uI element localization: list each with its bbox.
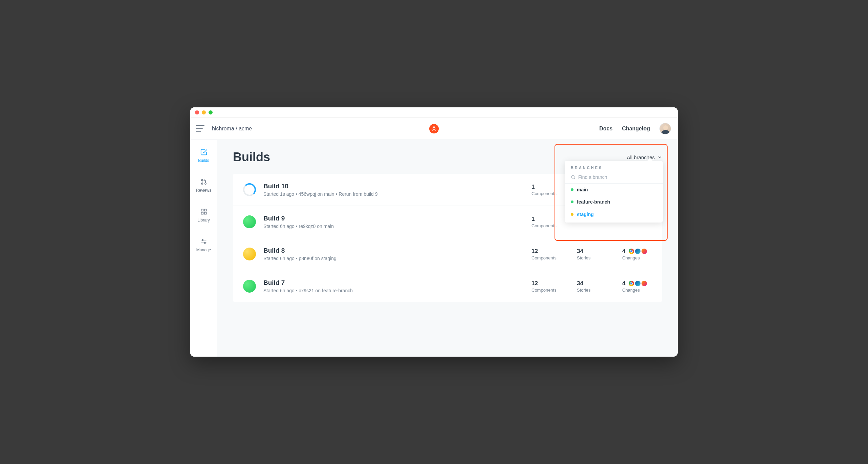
docs-link[interactable]: Docs xyxy=(599,126,612,132)
sidebar-item-label: Builds xyxy=(198,158,209,163)
avatar[interactable] xyxy=(659,123,671,134)
build-status-icon xyxy=(243,183,256,196)
stat-label: Changes xyxy=(622,288,652,293)
svg-line-15 xyxy=(574,178,575,179)
sidebar: Builds Reviews Library Manage xyxy=(190,140,217,357)
dropdown-header: BRANCHES xyxy=(565,166,663,173)
stat-value: 12 xyxy=(531,280,561,287)
svg-point-4 xyxy=(201,183,202,184)
build-status-icon xyxy=(243,280,256,293)
main-content: Builds All branches BRANCHES mainfeature… xyxy=(217,140,678,357)
window-minimize-button[interactable] xyxy=(202,110,206,114)
build-info: Build 9Started 6h ago • re9kqz0 on main xyxy=(263,215,531,229)
svg-rect-9 xyxy=(204,212,206,214)
stat-label: Components xyxy=(531,191,561,196)
build-subtitle: Started 6h ago • re9kqz0 on main xyxy=(263,224,531,229)
svg-point-2 xyxy=(435,129,436,130)
sidebar-item-reviews[interactable]: Reviews xyxy=(190,178,217,193)
stat-value: 4 xyxy=(622,280,652,287)
stat-value: 34 xyxy=(577,280,607,287)
build-stats: 12Components34Stories4Changes xyxy=(531,280,652,293)
svg-rect-8 xyxy=(201,212,203,214)
svg-rect-7 xyxy=(204,209,206,211)
status-dot-icon xyxy=(571,213,573,216)
topbar: hichroma / acme Docs Changelog xyxy=(190,118,678,140)
search-icon xyxy=(571,175,576,180)
stat-value: 34 xyxy=(577,248,607,255)
browser-icons xyxy=(629,249,647,254)
branch-selector[interactable]: All branches xyxy=(627,154,662,160)
branch-dropdown: BRANCHES mainfeature-branchstaging xyxy=(565,161,663,223)
stat-value: 1 xyxy=(531,184,561,190)
window-close-button[interactable] xyxy=(195,110,199,114)
chrome-icon xyxy=(629,281,634,286)
firefox-icon xyxy=(642,281,647,286)
changelog-link[interactable]: Changelog xyxy=(622,126,650,132)
window-maximize-button[interactable] xyxy=(209,110,213,114)
page-title: Builds xyxy=(233,150,270,164)
sidebar-item-label: Manage xyxy=(196,248,211,252)
stat-value: 12 xyxy=(531,248,561,255)
svg-point-5 xyxy=(204,183,206,184)
firefox-icon xyxy=(642,249,647,254)
stat-components: 1Components xyxy=(531,216,561,228)
status-dot-icon xyxy=(571,201,573,203)
branch-option-feature-branch[interactable]: feature-branch xyxy=(565,196,663,208)
status-dot-icon xyxy=(571,188,573,191)
titlebar xyxy=(190,107,678,118)
stat-changes: 4Changes xyxy=(622,248,652,260)
stat-value: 4 xyxy=(622,248,652,255)
branch-option-label: main xyxy=(577,187,588,192)
svg-point-12 xyxy=(202,239,203,240)
sidebar-item-label: Library xyxy=(197,218,210,223)
build-info: Build 10Started 1s ago • 456wpqj on main… xyxy=(263,183,531,197)
build-status-icon xyxy=(243,215,256,228)
svg-point-3 xyxy=(201,180,202,181)
pull-request-icon xyxy=(200,178,208,186)
build-info: Build 7Started 6h ago • ax9s21 on featur… xyxy=(263,279,531,293)
build-subtitle: Started 1s ago • 456wpqj on main • Rerun… xyxy=(263,191,531,197)
build-title: Build 10 xyxy=(263,183,531,190)
sliders-icon xyxy=(200,237,208,246)
branch-search-input[interactable] xyxy=(578,174,657,180)
stat-value: 1 xyxy=(531,216,561,223)
build-title: Build 9 xyxy=(263,215,531,222)
stat-label: Components xyxy=(531,255,561,260)
menu-icon[interactable] xyxy=(196,125,204,132)
stat-stories: 34Stories xyxy=(577,248,607,260)
build-title: Build 8 xyxy=(263,247,531,254)
stat-label: Changes xyxy=(622,255,652,260)
sidebar-item-library[interactable]: Library xyxy=(190,208,217,223)
branch-search[interactable] xyxy=(565,173,663,184)
grid-icon xyxy=(200,208,208,216)
build-stats: 12Components34Stories4Changes xyxy=(531,248,652,260)
stat-changes: 4Changes xyxy=(622,280,652,293)
svg-rect-6 xyxy=(201,209,203,211)
stat-components: 1Components xyxy=(531,184,561,196)
sidebar-item-builds[interactable]: Builds xyxy=(190,148,217,163)
branch-option-staging[interactable]: staging xyxy=(565,208,663,220)
check-square-icon xyxy=(200,148,208,156)
build-row[interactable]: Build 8Started 6h ago • p8ne0f on stagin… xyxy=(233,238,662,270)
build-row[interactable]: Build 7Started 6h ago • ax9s21 on featur… xyxy=(233,270,662,302)
build-title: Build 7 xyxy=(263,279,531,287)
sidebar-item-manage[interactable]: Manage xyxy=(190,237,217,252)
stat-label: Stories xyxy=(577,288,607,293)
build-subtitle: Started 6h ago • ax9s21 on feature-branc… xyxy=(263,288,531,293)
breadcrumb[interactable]: hichroma / acme xyxy=(212,126,252,132)
branch-option-label: staging xyxy=(577,212,594,217)
branch-option-main[interactable]: main xyxy=(565,184,663,196)
branch-option-label: feature-branch xyxy=(577,199,610,205)
build-subtitle: Started 6h ago • p8ne0f on staging xyxy=(263,256,531,261)
edge-icon xyxy=(635,281,641,286)
chromatic-logo-icon[interactable] xyxy=(429,124,439,133)
build-info: Build 8Started 6h ago • p8ne0f on stagin… xyxy=(263,247,531,261)
chevron-down-icon xyxy=(657,155,662,160)
sidebar-item-label: Reviews xyxy=(196,188,211,193)
stat-label: Components xyxy=(531,288,561,293)
app-window: hichroma / acme Docs Changelog Builds Re… xyxy=(190,107,678,357)
edge-icon xyxy=(635,249,641,254)
build-status-icon xyxy=(243,248,256,260)
stat-label: Stories xyxy=(577,255,607,260)
chrome-icon xyxy=(629,249,634,254)
